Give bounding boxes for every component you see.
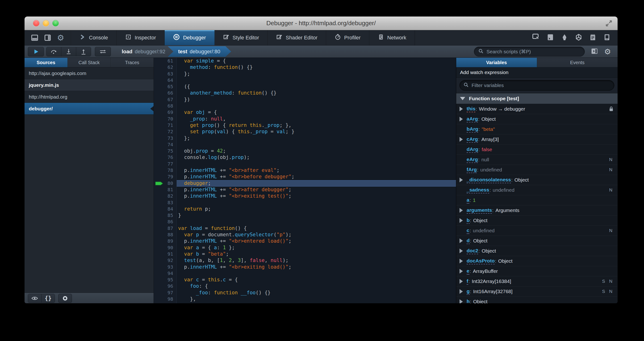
variable-row[interactable]: _sadness:undefinedN <box>456 185 618 195</box>
tab-style-editor[interactable]: Style Editor <box>215 30 268 45</box>
expand-arrow-icon[interactable] <box>460 269 463 274</box>
line-number-gutter[interactable]: 84 <box>154 206 177 212</box>
scope-header[interactable]: Function scope [test] <box>456 94 618 104</box>
code-text[interactable]: var b = "beta"; <box>177 251 456 257</box>
code-text[interactable] <box>177 218 456 225</box>
line-number-gutter[interactable]: 86 <box>154 218 177 225</box>
variable-row[interactable]: fArg:undefinedN <box>456 165 618 175</box>
line-number-gutter[interactable]: 66 <box>154 90 177 96</box>
line-number-gutter[interactable]: 70 <box>154 116 177 122</box>
dock-side-icon[interactable] <box>44 34 51 41</box>
line-number-gutter[interactable]: 96 <box>154 283 177 289</box>
line-number-gutter[interactable]: 74 <box>154 142 177 148</box>
line-number-gutter[interactable]: 79 <box>154 174 177 180</box>
variable-name[interactable]: f <box>466 278 468 285</box>
variable-row[interactable]: eArg:nullN <box>456 155 618 165</box>
variable-name[interactable]: g <box>466 288 470 295</box>
tab-shader-editor[interactable]: Shader Editor <box>268 30 326 45</box>
debugger-options-gear-icon[interactable]: ⚙ <box>604 48 611 56</box>
source-item[interactable]: http://htmlpad.org <box>24 91 154 103</box>
panel-toggle-icon[interactable] <box>591 48 598 56</box>
code-text[interactable]: var p = document.querySelector("p"); <box>177 232 456 238</box>
paintbrush-icon[interactable] <box>561 34 568 42</box>
variable-row[interactable]: _disconsolateness:Object <box>456 175 618 185</box>
line-number-gutter[interactable]: 71 <box>154 122 177 128</box>
responsive-mode-icon[interactable] <box>604 34 610 42</box>
line-number-gutter[interactable]: 78 <box>154 167 177 174</box>
pretty-print-button[interactable]: {} <box>42 294 55 302</box>
code-text[interactable]: }) <box>177 96 456 103</box>
code-text[interactable]: ({ <box>177 84 456 90</box>
variable-value[interactable]: Object <box>473 299 488 303</box>
search-scripts-input[interactable] <box>486 48 580 55</box>
variable-row[interactable]: dArg:false <box>456 144 618 155</box>
line-number-gutter[interactable]: 85 <box>154 212 177 218</box>
variable-name[interactable]: d <box>466 238 470 244</box>
variable-name[interactable]: eArg <box>466 156 478 163</box>
toggle-pause-exceptions-button[interactable] <box>95 47 111 56</box>
variable-row[interactable]: g:Int16Array[32768]S N <box>456 286 618 297</box>
variable-row[interactable]: c:undefinedN <box>456 226 618 236</box>
split-console-icon[interactable] <box>547 34 554 42</box>
code-text[interactable] <box>177 270 456 276</box>
variable-value[interactable]: Object <box>482 248 496 254</box>
source-item[interactable]: http://ajax.googleapis.com <box>24 68 154 79</box>
code-text[interactable]: p.innerHTML += "<br>exiting test()"; <box>177 193 456 199</box>
line-number-gutter[interactable]: 68 <box>154 103 177 109</box>
expand-arrow-icon[interactable] <box>460 248 463 253</box>
line-number-gutter[interactable]: 69 <box>154 109 177 116</box>
scratchpad-icon[interactable] <box>589 34 596 42</box>
variable-name[interactable]: b <box>466 218 470 224</box>
code-text[interactable]: set prop(val) { this._prop = val; } <box>177 128 456 135</box>
code-text[interactable]: }; <box>177 71 456 77</box>
variable-row[interactable]: h:Object <box>456 297 618 303</box>
line-number-gutter[interactable]: 67 <box>154 96 177 103</box>
tab-traces[interactable]: Traces <box>111 58 154 67</box>
toggle-breakpoints-button[interactable] <box>58 294 72 303</box>
step-out-button[interactable] <box>76 47 91 56</box>
code-editor[interactable]: 61 var simple = {62 method: function() {… <box>154 58 456 303</box>
expand-arrow-icon[interactable] <box>460 178 463 182</box>
line-number-gutter[interactable]: 95 <box>154 276 177 283</box>
tab-network[interactable]: Network <box>370 30 415 45</box>
variable-name[interactable]: arguments <box>466 207 492 214</box>
line-number-gutter[interactable]: 73 <box>154 135 177 142</box>
line-number-gutter[interactable]: 81 <box>154 186 177 193</box>
code-text[interactable]: p.innerHTML += "<br>exiting load()"; <box>177 264 456 270</box>
variable-row[interactable]: d:Object <box>456 236 618 246</box>
variable-value[interactable]: undefined <box>493 187 514 193</box>
variable-row[interactable]: aArg:Object <box>456 114 618 124</box>
code-text[interactable] <box>177 142 456 148</box>
variable-name[interactable]: bArg <box>466 126 478 132</box>
tab-debugger[interactable]: Debugger <box>165 30 215 45</box>
variable-name[interactable]: c <box>466 228 470 234</box>
code-text[interactable]: p.innerHTML += "<br>after debugger"; <box>177 186 456 193</box>
code-text[interactable] <box>177 200 456 206</box>
close-button[interactable] <box>33 20 40 26</box>
variable-value[interactable]: "beta" <box>482 126 495 132</box>
variable-value[interactable]: Object <box>473 238 488 244</box>
code-text[interactable] <box>177 77 456 84</box>
line-number-gutter[interactable]: 76 <box>154 154 177 160</box>
expand-arrow-icon[interactable] <box>460 137 463 142</box>
variable-value[interactable]: undefined <box>480 167 502 172</box>
breadcrumb-load[interactable]: load debugger/:92 <box>118 48 169 55</box>
tab-variables[interactable]: Variables <box>456 58 537 67</box>
variable-row[interactable]: f:Int32Array[16384]S N <box>456 276 618 286</box>
line-number-gutter[interactable]: 65 <box>154 84 177 90</box>
code-text[interactable]: obj.prop = 42; <box>177 148 456 154</box>
tab-events[interactable]: Events <box>537 58 618 67</box>
variable-value[interactable]: Object <box>498 258 512 264</box>
variable-row[interactable]: docAsProto:Object <box>456 256 618 266</box>
code-text[interactable]: _foo: function __foo() {} <box>177 290 456 296</box>
code-text[interactable]: p.innerHTML += "<br>entered load()"; <box>177 238 456 244</box>
variable-name[interactable]: this <box>466 106 475 112</box>
line-number-gutter[interactable]: 83 <box>154 200 177 206</box>
expand-arrow-icon[interactable] <box>460 238 463 243</box>
code-text[interactable]: return p; <box>177 206 456 212</box>
expand-arrow-icon[interactable] <box>460 279 463 284</box>
line-number-gutter[interactable]: 91 <box>154 251 177 257</box>
line-number-gutter[interactable]: 75 <box>154 148 177 154</box>
code-text[interactable]: var c = this.c = { <box>177 276 456 283</box>
variable-value[interactable]: Arguments <box>496 208 520 213</box>
